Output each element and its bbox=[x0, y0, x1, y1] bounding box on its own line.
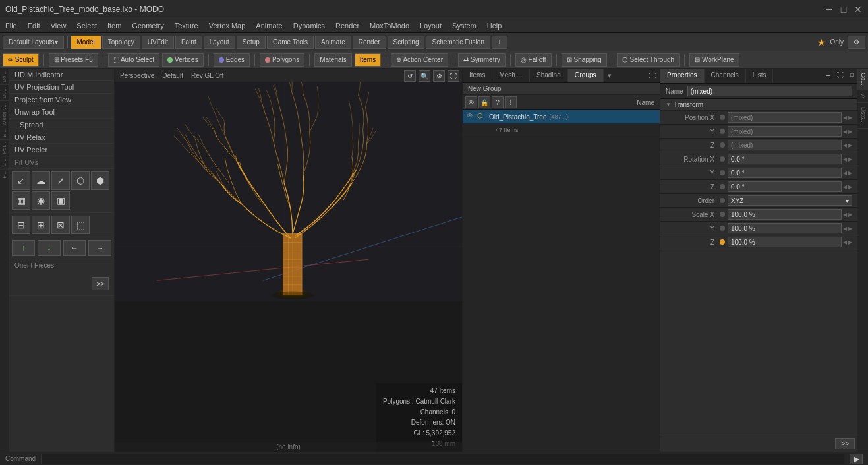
tab-lists[interactable]: Lists bbox=[746, 69, 774, 83]
viewport-perspective[interactable]: Perspective bbox=[120, 72, 154, 79]
position-z-dot[interactable] bbox=[720, 142, 725, 148]
scale-x-left-arrow[interactable]: ◀ bbox=[843, 212, 847, 218]
order-dot[interactable] bbox=[720, 198, 725, 203]
left-vtab-pol[interactable]: Pol... bbox=[0, 139, 9, 156]
props-expand-btn[interactable]: >> bbox=[835, 438, 855, 449]
rotation-y-field[interactable] bbox=[728, 168, 842, 178]
scale-x-dot[interactable] bbox=[720, 212, 725, 217]
maximize-button[interactable]: □ bbox=[839, 5, 848, 14]
tab-layout[interactable]: Layout bbox=[204, 36, 235, 49]
rotation-z-field[interactable] bbox=[728, 181, 842, 192]
panel-expand-btn[interactable]: ⛶ bbox=[645, 69, 660, 82]
left-vtab-do[interactable]: Do... bbox=[0, 69, 9, 84]
tab-scripting[interactable]: Scripting bbox=[388, 36, 425, 49]
order-dropdown[interactable]: XYZ ▾ bbox=[728, 195, 852, 206]
tab-topology[interactable]: Topology bbox=[102, 36, 140, 49]
close-button[interactable]: ✕ bbox=[854, 5, 863, 14]
menu-edit[interactable]: Edit bbox=[22, 20, 45, 31]
rotation-y-left-arrow[interactable]: ◀ bbox=[843, 170, 847, 176]
tool-uv-projection[interactable]: UV Projection Tool bbox=[9, 81, 114, 94]
menu-maxtomodo[interactable]: MaxToModo bbox=[364, 20, 415, 31]
scale-y-field[interactable] bbox=[728, 223, 842, 233]
transform-section-header[interactable]: ▼ Transform bbox=[660, 99, 857, 111]
tool-uv-peeler[interactable]: UV Peeler bbox=[9, 144, 114, 156]
menu-select[interactable]: Select bbox=[71, 20, 102, 31]
tool-project-from-view[interactable]: Project from View bbox=[9, 94, 114, 106]
tool-icon-12[interactable]: ⬚ bbox=[71, 216, 90, 234]
position-z-right-arrow[interactable]: ▶ bbox=[848, 142, 852, 148]
menu-vertex-map[interactable]: Vertex Map bbox=[204, 20, 251, 31]
position-y-right-arrow[interactable]: ▶ bbox=[848, 129, 852, 135]
minimize-button[interactable]: ─ bbox=[825, 5, 834, 14]
left-vtab-du[interactable]: Du... bbox=[0, 84, 9, 100]
tab-more[interactable]: ▾ bbox=[604, 69, 616, 82]
tab-paint[interactable]: Paint bbox=[175, 36, 202, 49]
settings-btn[interactable]: ⚙ bbox=[848, 36, 865, 49]
tab-schematic[interactable]: Schematic Fusion bbox=[426, 36, 490, 49]
position-y-dot[interactable] bbox=[720, 129, 725, 134]
tool-icon-11[interactable]: ⊠ bbox=[51, 216, 70, 234]
tool-icon-10[interactable]: ⊞ bbox=[32, 216, 50, 234]
left-vtab-f[interactable]: F... bbox=[0, 169, 9, 181]
add-tab-btn[interactable]: + bbox=[492, 36, 507, 49]
items-eye-btn[interactable]: 👁 bbox=[465, 96, 477, 108]
tool-fit-uvs[interactable]: Fit UVs bbox=[9, 156, 114, 169]
rotation-x-left-arrow[interactable]: ◀ bbox=[843, 156, 847, 162]
menu-view[interactable]: View bbox=[45, 20, 72, 31]
position-x-dot[interactable] bbox=[720, 115, 725, 120]
arrow-up-btn[interactable]: ↑ bbox=[12, 240, 35, 256]
rotation-y-dot[interactable] bbox=[720, 170, 725, 175]
viewport-rotate-btn[interactable]: ↺ bbox=[404, 70, 416, 82]
action-center-btn[interactable]: ⊕ Action Center bbox=[391, 53, 448, 67]
left-vtab-c[interactable]: C... bbox=[0, 156, 9, 168]
right-side-tab-a[interactable]: A bbox=[857, 90, 868, 103]
scale-y-right-arrow[interactable]: ▶ bbox=[848, 226, 852, 232]
menu-item[interactable]: Item bbox=[102, 20, 127, 31]
position-z-field[interactable] bbox=[728, 140, 842, 150]
viewport-material[interactable]: Default bbox=[162, 72, 183, 79]
position-x-field[interactable] bbox=[728, 112, 842, 123]
rotation-x-field[interactable] bbox=[728, 154, 842, 164]
rotation-z-right-arrow[interactable]: ▶ bbox=[848, 184, 852, 190]
right-side-tab-lists[interactable]: Lists... bbox=[857, 103, 868, 129]
tab-items[interactable]: Items bbox=[463, 69, 492, 82]
tab-game-tools[interactable]: Game Tools bbox=[267, 36, 314, 49]
props-gear-btn[interactable]: ⚙ bbox=[846, 69, 857, 83]
menu-animate[interactable]: Animate bbox=[250, 20, 287, 31]
items-excl-btn[interactable]: ! bbox=[505, 96, 517, 108]
edges-btn[interactable]: Edges bbox=[214, 53, 250, 67]
menu-render[interactable]: Render bbox=[330, 20, 364, 31]
snapping-btn[interactable]: ⊠ Snapping bbox=[562, 53, 607, 67]
tool-icon-1[interactable]: ↙ bbox=[12, 171, 30, 190]
vertices-btn[interactable]: Vertices bbox=[162, 53, 204, 67]
scale-z-right-arrow[interactable]: ▶ bbox=[848, 239, 852, 245]
menu-layout[interactable]: Layout bbox=[415, 20, 447, 31]
rotation-y-right-arrow[interactable]: ▶ bbox=[848, 170, 852, 176]
left-vtab-e[interactable]: E... bbox=[0, 127, 9, 139]
select-through-btn[interactable]: ⬡ Select Through bbox=[617, 53, 680, 67]
menu-dynamics[interactable]: Dynamics bbox=[288, 20, 330, 31]
rotation-x-dot[interactable] bbox=[720, 156, 725, 162]
tool-icon-7[interactable]: ◉ bbox=[32, 191, 50, 210]
scale-z-field[interactable] bbox=[728, 237, 842, 247]
command-input[interactable] bbox=[41, 454, 844, 464]
tool-icon-3[interactable]: ↗ bbox=[51, 171, 70, 190]
tab-render[interactable]: Render bbox=[353, 36, 386, 49]
materials-btn[interactable]: Materials bbox=[314, 53, 352, 67]
run-command-btn[interactable]: ▶ bbox=[850, 454, 863, 464]
menu-file[interactable]: File bbox=[0, 20, 22, 31]
rotation-z-left-arrow[interactable]: ◀ bbox=[843, 184, 847, 190]
tool-icon-6[interactable]: ▦ bbox=[12, 191, 30, 210]
position-x-right-arrow[interactable]: ▶ bbox=[848, 115, 852, 121]
symmetry-btn[interactable]: ⇄ Symmetry bbox=[458, 53, 506, 67]
scale-y-dot[interactable] bbox=[720, 226, 725, 231]
tool-icon-9[interactable]: ⊟ bbox=[12, 216, 30, 234]
menu-system[interactable]: System bbox=[447, 20, 482, 31]
tool-icon-5[interactable]: ⬢ bbox=[91, 171, 109, 190]
rotation-x-right-arrow[interactable]: ▶ bbox=[848, 156, 852, 162]
viewport-expand-btn[interactable]: ⛶ bbox=[448, 70, 459, 82]
viewport-zoom-btn[interactable]: 🔍 bbox=[419, 70, 430, 82]
expand-panel-btn[interactable]: >> bbox=[92, 277, 109, 290]
tab-uvedit[interactable]: UVEdit bbox=[142, 36, 174, 49]
tool-spread[interactable]: Spread bbox=[9, 119, 114, 131]
